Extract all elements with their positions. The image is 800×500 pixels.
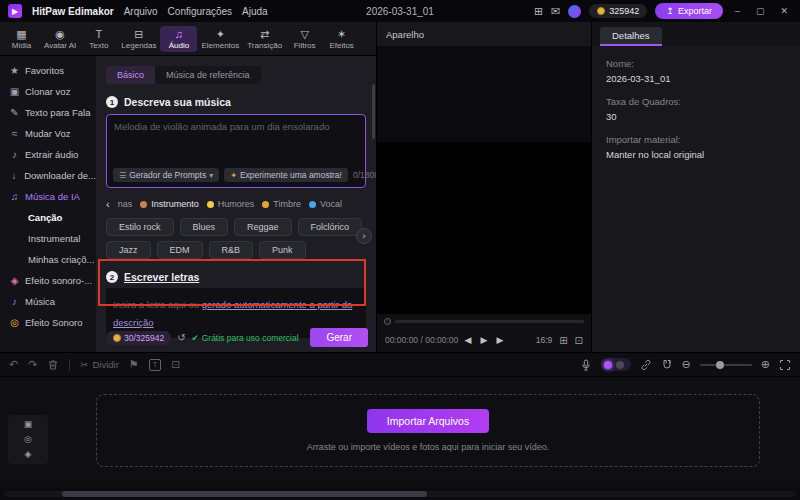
feedback-icon[interactable]: ✉ bbox=[551, 5, 560, 18]
chevron-left-icon[interactable]: ‹ bbox=[106, 198, 110, 210]
genre-pill-jazz[interactable]: Jazz bbox=[106, 241, 151, 259]
magnet-snap-icon[interactable] bbox=[661, 359, 673, 371]
sidebar-item-favoritos[interactable]: ★ Favoritos bbox=[0, 60, 96, 81]
tab-filtros[interactable]: ▽ Filtros bbox=[286, 26, 323, 52]
try-sample-button[interactable]: ✦ Experimente uma amostra! bbox=[224, 168, 348, 182]
description-placeholder: Melodia de violão animada para um dia en… bbox=[114, 121, 358, 132]
split-button[interactable]: ✂ Dividir bbox=[80, 359, 118, 370]
step1-heading: 1 Descreva sua música bbox=[106, 96, 366, 108]
generation-cost-badge: 30/325942 bbox=[106, 331, 171, 345]
export-button[interactable]: ↥ Exportar bbox=[655, 3, 723, 19]
zoom-in-icon[interactable]: ⊕ bbox=[761, 359, 770, 370]
tab-audio[interactable]: ♫ Áudio bbox=[160, 26, 197, 52]
track-media-icon[interactable]: ▣ bbox=[24, 420, 33, 429]
tab-legendas[interactable]: ⊟ Legendas bbox=[117, 26, 160, 52]
tab-elementos[interactable]: ✦ Elementos bbox=[197, 26, 243, 52]
fit-timeline-icon[interactable] bbox=[779, 359, 791, 371]
category-humores[interactable]: Humores bbox=[207, 199, 255, 209]
ribbon-toolbar: ▦ Mídia ◉ Avatar AI T Texto ⊟ Legendas ♫… bbox=[0, 22, 376, 56]
crop-icon[interactable]: ⊡ bbox=[171, 359, 180, 370]
fullscreen-icon[interactable]: ⊡ bbox=[575, 335, 583, 346]
sidebar-item-clonar-voz[interactable]: ▣ Clonar voz bbox=[0, 81, 96, 102]
import-drop-zone[interactable]: Importar Arquivos Arraste ou importe víd… bbox=[96, 394, 760, 467]
refresh-credits-icon[interactable]: ↺ bbox=[177, 332, 185, 343]
scissors-icon: ✂ bbox=[80, 359, 88, 370]
music-panel-footer: 30/325942 ↺ ✔ Grátis para uso comercial … bbox=[106, 328, 368, 347]
sidebar-item-downloader[interactable]: ↓ Downloader de... bbox=[0, 165, 96, 186]
genre-pill-folclorico[interactable]: Folclórico bbox=[298, 218, 363, 236]
window-minimize-button[interactable]: – bbox=[731, 6, 744, 16]
aspect-ratio-selector[interactable]: 16:9 bbox=[536, 335, 553, 345]
sidebar-item-minhas-criacoes[interactable]: Minhas criaçõ... bbox=[0, 249, 96, 270]
category-timbre[interactable]: Timbre bbox=[262, 199, 301, 209]
tab-basico[interactable]: Básico bbox=[106, 66, 155, 84]
step1-number-badge: 1 bbox=[106, 96, 118, 108]
delete-icon[interactable] bbox=[47, 359, 59, 371]
tab-musica-de-referencia[interactable]: Música de referência bbox=[155, 66, 261, 84]
tab-midia[interactable]: ▦ Mídia bbox=[3, 26, 40, 52]
credits-badge[interactable]: 325942 bbox=[589, 4, 647, 18]
toolbar-divider bbox=[69, 359, 70, 371]
menu-arquivo[interactable]: Arquivo bbox=[124, 6, 158, 17]
genre-pill-edm[interactable]: EDM bbox=[157, 241, 203, 259]
marker-flag-icon[interactable]: ⚑ bbox=[129, 359, 139, 370]
play-button[interactable]: ▶ bbox=[481, 335, 488, 345]
next-frame-button[interactable]: ▶ bbox=[496, 335, 503, 345]
menu-icon: ☰ bbox=[119, 171, 126, 180]
sidebar-item-efeito-sonoro[interactable]: ◎ Efeito Sonoro bbox=[0, 312, 96, 333]
tab-avatar-ai[interactable]: ◉ Avatar AI bbox=[40, 26, 80, 52]
hscrollbar-thumb[interactable] bbox=[62, 491, 427, 497]
genre-pill-estilo-rock[interactable]: Estilo rock bbox=[106, 218, 174, 236]
sidebar-item-cancao[interactable]: Canção bbox=[0, 207, 96, 228]
audio-sidebar: ★ Favoritos ▣ Clonar voz ✎ Texto para Fa… bbox=[0, 56, 96, 352]
category-partial-label[interactable]: nas bbox=[118, 199, 133, 209]
timeline-mode-toggle[interactable] bbox=[601, 358, 631, 371]
category-vocal[interactable]: Vocal bbox=[309, 199, 342, 209]
tab-texto[interactable]: T Texto bbox=[80, 26, 117, 52]
menu-ajuda[interactable]: Ajuda bbox=[242, 6, 268, 17]
scrubber-track[interactable] bbox=[395, 320, 584, 323]
music-panel-scrollbar-thumb[interactable] bbox=[372, 84, 375, 139]
canvas-ratio-icon[interactable]: ⊞ bbox=[559, 335, 567, 346]
generate-button[interactable]: Gerar bbox=[310, 328, 368, 347]
genre-pill-blues[interactable]: Blues bbox=[180, 218, 229, 236]
scrubber-handle[interactable] bbox=[384, 318, 391, 325]
category-instrumento[interactable]: Instrumento bbox=[140, 199, 199, 209]
genre-scroll-right-button[interactable]: › bbox=[356, 228, 372, 244]
tab-efeitos[interactable]: ✶ Efeitos bbox=[323, 26, 360, 52]
link-clips-icon[interactable] bbox=[640, 359, 652, 371]
hscrollbar-track[interactable] bbox=[4, 491, 796, 497]
prompt-generator-button[interactable]: ☰ Gerador de Prompts ▾ bbox=[113, 168, 219, 182]
tab-transicao[interactable]: ⇄ Transição bbox=[243, 26, 286, 52]
zoom-slider-handle[interactable] bbox=[716, 361, 724, 369]
text-tool-icon[interactable]: T bbox=[149, 359, 162, 371]
window-maximize-button[interactable]: ▢ bbox=[752, 6, 769, 16]
menu-configuracoes[interactable]: Configurações bbox=[168, 6, 232, 17]
tab-detalhes[interactable]: Detalhes bbox=[600, 27, 662, 46]
window-close-button[interactable]: ✕ bbox=[776, 6, 792, 16]
zoom-out-icon[interactable]: ⊖ bbox=[682, 359, 691, 370]
timeline-zoom-slider[interactable] bbox=[700, 364, 752, 366]
sidebar-item-efeito-sonoro-ia[interactable]: ◈ Efeito sonoro-... bbox=[0, 270, 96, 291]
workspace-grid-icon[interactable]: ⊞ bbox=[534, 5, 543, 18]
track-effects-icon[interactable]: ◈ bbox=[25, 450, 32, 459]
audio-icon: ♫ bbox=[175, 28, 183, 40]
genre-pill-rnb[interactable]: R&B bbox=[209, 241, 254, 259]
music-description-input[interactable]: Melodia de violão animada para um dia en… bbox=[106, 114, 366, 188]
sidebar-item-mudar-voz[interactable]: ≈ Mudar Voz bbox=[0, 123, 96, 144]
sidebar-item-extrair-audio[interactable]: ♪ Extrair áudio bbox=[0, 144, 96, 165]
timeline-hscrollbar bbox=[0, 487, 800, 500]
user-avatar[interactable] bbox=[568, 5, 581, 18]
record-voiceover-icon[interactable] bbox=[580, 359, 592, 371]
track-visibility-icon[interactable]: ◎ bbox=[24, 435, 32, 444]
import-files-button[interactable]: Importar Arquivos bbox=[367, 409, 489, 433]
redo-icon[interactable]: ↷ bbox=[28, 359, 37, 370]
genre-pill-punk[interactable]: Punk bbox=[259, 241, 306, 259]
sidebar-item-texto-para-fala[interactable]: ✎ Texto para Fala bbox=[0, 102, 96, 123]
sidebar-item-instrumental[interactable]: Instrumental bbox=[0, 228, 96, 249]
sidebar-item-musica-de-ia[interactable]: ♫ Música de IA bbox=[0, 186, 96, 207]
genre-pill-reggae[interactable]: Reggae bbox=[234, 218, 292, 236]
previous-frame-button[interactable]: ◀ bbox=[465, 335, 472, 345]
undo-icon[interactable]: ↶ bbox=[9, 359, 18, 370]
sidebar-item-musica[interactable]: ♪ Música bbox=[0, 291, 96, 312]
